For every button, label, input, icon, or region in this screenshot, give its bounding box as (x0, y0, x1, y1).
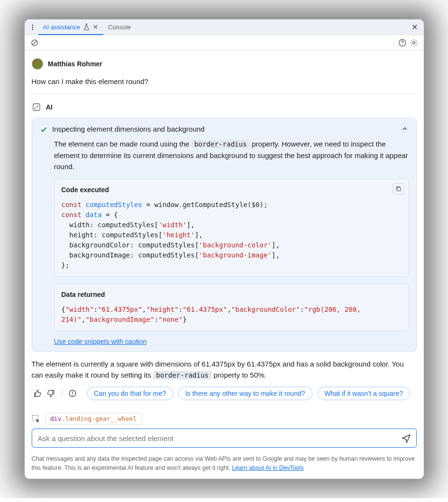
svg-line-4 (33, 41, 36, 45)
data-returned-block: Data returned {"width":"61.4375px","heig… (54, 283, 409, 331)
send-icon[interactable] (400, 433, 412, 443)
learn-more-link[interactable]: Learn about AI in DevTools (232, 465, 303, 471)
svg-point-12 (72, 395, 73, 396)
close-panel-icon[interactable]: ✕ (408, 23, 422, 32)
tab-strip: AI assistance ✕ Console ✕ (25, 20, 424, 35)
chat-input[interactable] (37, 434, 400, 443)
selected-element-row: div.landing-gear__wheel (25, 405, 424, 429)
suggestion-chip[interactable]: Can you do that for me? (87, 387, 173, 400)
collapse-icon[interactable] (401, 125, 409, 133)
devtools-panel: AI assistance ✕ Console ✕ Matthias Rohme… (24, 19, 424, 479)
disclaimer: Chat messages and any data the inspected… (25, 451, 424, 478)
svg-point-7 (412, 41, 414, 43)
user-header: Matthias Rohmer (32, 58, 417, 73)
more-menu-icon[interactable] (27, 24, 38, 31)
svg-point-1 (32, 26, 33, 27)
code-executed: const computedStyles = window.getCompute… (61, 200, 401, 270)
svg-point-6 (402, 44, 402, 45)
ai-label: AI (46, 103, 53, 111)
caution-link[interactable]: Use code snippets with caution (54, 338, 409, 345)
data-returned: {"width":"61.4375px","height":"61.4375px… (61, 305, 401, 325)
svg-rect-9 (397, 188, 400, 191)
tab-ai-assistance[interactable]: AI assistance ✕ (38, 20, 103, 35)
copy-icon[interactable] (393, 183, 404, 195)
tab-label: AI assistance (43, 24, 80, 31)
svg-rect-8 (33, 104, 40, 110)
user-name: Matthias Rohmer (48, 60, 103, 68)
help-icon[interactable] (397, 37, 408, 49)
flask-icon (83, 24, 90, 30)
close-tab-icon[interactable]: ✕ (93, 23, 98, 31)
settings-icon[interactable] (408, 37, 420, 49)
ai-header: AI (32, 95, 417, 118)
suggestion-chip[interactable]: Is there any other way to make it round? (178, 387, 313, 400)
data-returned-label: Data returned (61, 290, 401, 300)
code-executed-label: Code executed (61, 185, 401, 195)
chat-input-wrap (32, 429, 417, 448)
ai-step-card: Inspecting element dimensions and backgr… (32, 118, 417, 352)
checkmark-icon (40, 125, 48, 134)
toolbar (25, 35, 424, 50)
ai-spark-icon (32, 102, 41, 112)
chat-content: Matthias Rohmer How can I make this elem… (25, 50, 424, 405)
thumbs-down-icon[interactable] (45, 388, 57, 399)
svg-point-0 (32, 24, 33, 25)
select-element-icon[interactable] (32, 415, 40, 423)
suggestion-row: Can you do that for me?Is there any othe… (87, 387, 411, 400)
suggestion-chip[interactable]: What if it wasn't a square? (317, 387, 411, 400)
step-explanation: The element can be made round using the … (54, 138, 409, 172)
tab-console[interactable]: Console (103, 20, 136, 35)
svg-point-2 (32, 29, 33, 30)
thumbs-up-icon[interactable] (32, 388, 43, 399)
step-title: Inspecting element dimensions and backgr… (52, 125, 396, 133)
clear-icon[interactable] (29, 37, 40, 49)
tab-label: Console (108, 24, 131, 31)
ai-summary: The element is currently a square with d… (32, 358, 417, 381)
feedback-row: Can you do that for me?Is there any othe… (32, 387, 417, 400)
avatar (32, 58, 43, 70)
report-icon[interactable] (67, 388, 78, 399)
code-executed-block: Code executed const computedStyles = win… (54, 179, 409, 277)
user-question: How can I make this element round? (32, 77, 417, 86)
element-chip[interactable]: div.landing-gear__wheel (45, 413, 142, 425)
